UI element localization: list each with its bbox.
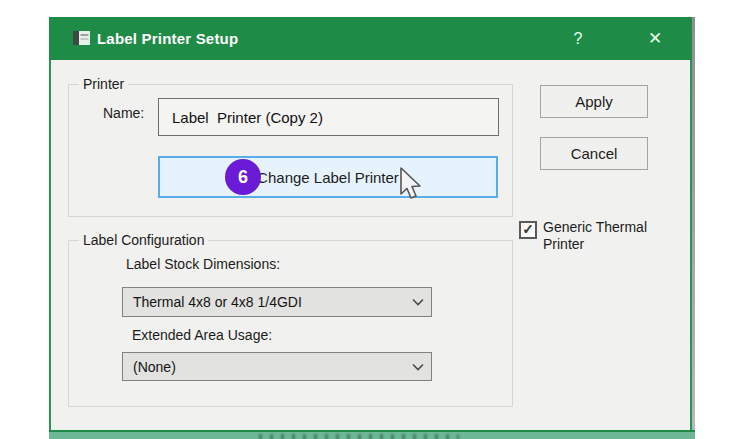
dialog-title: Label Printer Setup [97,17,238,60]
close-button[interactable]: ✕ [632,17,678,60]
extended-area-usage-dropdown[interactable]: (None) [122,352,432,381]
apply-button[interactable]: Apply [540,85,648,118]
chevron-down-icon [405,298,431,306]
label-configuration-group-title: Label Configuration [79,232,208,248]
chevron-down-icon [405,363,431,371]
printer-group-title: Printer [79,76,128,92]
help-button[interactable]: ? [555,17,601,60]
page-background: Label Printer Setup ? ✕ Printer Name: Ch… [0,0,753,439]
printer-name-field[interactable] [158,98,499,136]
label-stock-dimensions-dropdown[interactable]: Thermal 4x8 or 4x8 1/4GDI [122,287,432,317]
mouse-cursor-icon [397,167,425,207]
label-stock-dimensions-label: Label Stock Dimensions: [126,256,280,272]
label-stock-dimensions-value: Thermal 4x8 or 4x8 1/4GDI [123,294,405,310]
checkmark-icon: ✓ [522,222,534,236]
label-printer-app-icon [73,30,90,46]
step-6-annotation-badge: 6 [225,159,261,195]
printer-name-label: Name: [103,105,144,121]
background-artifact-marks [259,434,459,439]
dialog-bottom-border [49,430,695,439]
change-label-printer-label: Change Label Printer [257,169,399,186]
generic-thermal-checkbox[interactable]: ✓ [519,221,537,239]
cancel-button[interactable]: Cancel [540,137,648,170]
extended-area-usage-label: Extended Area Usage: [132,327,272,343]
change-label-printer-button[interactable]: Change Label Printer [158,156,498,198]
extended-area-usage-value: (None) [123,359,405,375]
generic-thermal-label: Generic Thermal Printer [543,219,661,253]
dialog-titlebar[interactable]: Label Printer Setup ? ✕ [49,17,692,60]
